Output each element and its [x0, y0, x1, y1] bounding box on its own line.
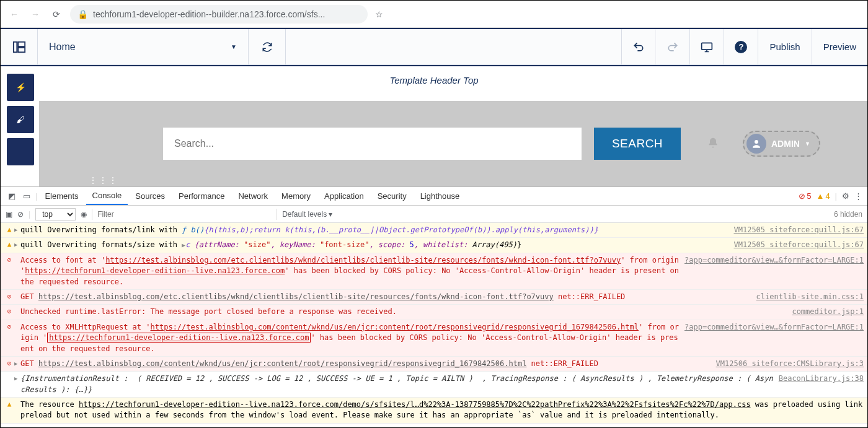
error-icon: ⊘ — [4, 255, 14, 265]
browser-toolbar: ← → ⟳ 🔒 techforum1-developer-edition--bu… — [1, 1, 867, 28]
tab-elements[interactable]: Elements — [38, 187, 84, 205]
log-error: ⊘ GET https://test.albinsblog.com/etc.cl… — [1, 290, 867, 305]
svg-rect-3 — [702, 43, 712, 50]
hero-region: SEARCH ADMIN ▼ ⋮⋮⋮ — [39, 101, 867, 186]
device-icon[interactable]: ▭ — [19, 191, 34, 201]
svg-point-4 — [755, 140, 758, 144]
live-expression-icon[interactable]: ◉ — [81, 210, 87, 219]
expand-icon[interactable]: ▶ — [14, 240, 20, 249]
devtools-more-icon[interactable]: ⋮ — [854, 191, 862, 201]
error-icon: ⊘ — [4, 359, 14, 369]
expand-icon[interactable]: ▶ — [14, 225, 20, 234]
log-warning: ▲ The resource https://techforum1-develo… — [1, 398, 867, 424]
tab-console[interactable]: Console — [86, 187, 128, 205]
expand-icon[interactable]: ▶ — [14, 359, 20, 368]
canvas-sidebar: ⚡ 🖌 — [7, 74, 34, 165]
chevron-down-icon: ▼ — [805, 141, 810, 147]
expand-icon[interactable]: ▶ — [14, 373, 20, 383]
console-sidebar-icon[interactable]: ▣ — [6, 210, 12, 219]
reload-button[interactable]: ⟳ — [49, 7, 64, 22]
template-header-label: Template Header Top — [1, 66, 867, 94]
error-count-badge[interactable]: ⊘ 5 — [799, 191, 811, 201]
log-info: ▶ {InstrumentationResult : ( RECEIVED = … — [1, 372, 867, 398]
preview-button[interactable]: Preview — [812, 29, 867, 64]
inspect-icon[interactable]: ◩ — [6, 191, 18, 201]
tab-security[interactable]: Security — [371, 187, 413, 205]
svg-rect-0 — [13, 41, 17, 52]
log-warning: ▲ ▶ quill Overwriting formats/size with … — [1, 238, 867, 253]
log-error: ⊘ Access to font at 'https://test.albins… — [1, 253, 867, 290]
devtools-settings-icon[interactable]: ⚙ — [842, 191, 849, 201]
settings-tool-icon[interactable] — [7, 138, 34, 165]
context-selector[interactable]: top — [35, 208, 76, 221]
avatar-icon — [746, 134, 766, 154]
source-link[interactable]: commeditor.jsp:1 — [792, 307, 864, 317]
clear-console-icon[interactable]: ⊘ — [17, 210, 24, 219]
svg-rect-2 — [18, 47, 25, 51]
source-link[interactable]: ?app=commeditor&view…&formFactor=LARGE:1 — [684, 322, 864, 333]
source-link[interactable]: VM12505 siteforce:quill.js:67 — [733, 240, 864, 250]
error-icon: ⊘ — [4, 322, 14, 332]
warning-count-badge[interactable]: ▲ 4 — [817, 191, 830, 201]
hidden-count: 6 hidden — [834, 210, 862, 219]
back-button[interactable]: ← — [7, 7, 22, 22]
tab-memory[interactable]: Memory — [275, 187, 317, 205]
log-error: ⊘ Access to XMLHttpRequest at 'https://t… — [1, 320, 867, 357]
devtools-panel: ◩ ▭ | Elements Console Sources Performan… — [1, 186, 867, 427]
desktop-view-icon[interactable] — [689, 29, 724, 64]
forward-button[interactable]: → — [28, 7, 43, 22]
warning-icon: ▲ — [4, 240, 14, 250]
tab-lighthouse[interactable]: Lighthouse — [414, 187, 466, 205]
error-icon: ⊘ — [4, 307, 14, 317]
console-filter-input[interactable] — [92, 209, 272, 220]
user-menu[interactable]: ADMIN ▼ — [743, 131, 820, 157]
page-selector[interactable]: Home ▼ — [38, 29, 249, 64]
lock-icon: 🔒 — [78, 9, 88, 19]
notification-bell-icon[interactable] — [707, 137, 719, 151]
warning-icon: ▲ — [4, 225, 14, 235]
log-warning: ▲ ▶ quill Overwriting formats/link with … — [1, 223, 867, 238]
search-input[interactable] — [163, 128, 582, 160]
search-button[interactable]: SEARCH — [594, 128, 681, 160]
tab-sources[interactable]: Sources — [129, 187, 171, 205]
builder-logo-icon[interactable] — [1, 29, 38, 64]
console-filter-bar: ▣ ⊘ | top ◉ Default levels ▾ 6 hidden — [1, 206, 867, 223]
source-link[interactable]: BeaconLibrary.js:38 — [779, 373, 864, 384]
page-name: Home — [49, 41, 76, 53]
source-link[interactable]: VM12505 siteforce:quill.js:67 — [733, 225, 864, 235]
source-link[interactable]: VM12506 siteforce:CMSLibrary.js:3 — [716, 359, 864, 369]
devtools-tabbar: ◩ ▭ | Elements Console Sources Performan… — [1, 187, 867, 206]
address-bar[interactable]: 🔒 techforum1-developer-edition--builder.… — [70, 5, 368, 24]
help-button[interactable]: ? — [724, 29, 758, 64]
components-tool-icon[interactable]: ⚡ — [7, 74, 34, 101]
drag-handle-icon[interactable]: ⋮⋮⋮ — [89, 175, 118, 185]
builder-toolbar: Home ▼ ? Publish Preview — [1, 28, 867, 65]
log-error: ⊘ ▶ GET https://test.albinsblog.com/cont… — [1, 357, 867, 372]
chevron-down-icon: ▼ — [231, 43, 237, 50]
source-link[interactable]: clientlib-site.min.css:1 — [756, 292, 864, 302]
source-link[interactable]: ?app=commeditor&view…&formFactor=LARGE:1 — [684, 255, 864, 266]
warning-icon: ▲ — [4, 400, 14, 409]
builder-canvas: ⚡ 🖌 Template Header Top SEARCH ADMIN ▼ ⋮… — [1, 65, 867, 186]
redo-button[interactable] — [655, 29, 689, 64]
log-error: ⊘ Unchecked runtime.lastError: The messa… — [1, 305, 867, 320]
tab-application[interactable]: Application — [318, 187, 370, 205]
builder-refresh-button[interactable] — [249, 29, 286, 64]
tab-performance[interactable]: Performance — [172, 187, 231, 205]
bookmark-star-icon[interactable]: ☆ — [375, 9, 383, 19]
console-output: ▲ ▶ quill Overwriting formats/link with … — [1, 223, 867, 427]
theme-tool-icon[interactable]: 🖌 — [7, 106, 34, 133]
error-icon: ⊘ — [4, 292, 14, 302]
tab-network[interactable]: Network — [232, 187, 274, 205]
user-label: ADMIN — [771, 139, 800, 149]
undo-button[interactable] — [621, 29, 655, 64]
url-text: techforum1-developer-edition--builder.na… — [93, 9, 325, 19]
publish-button[interactable]: Publish — [758, 29, 811, 64]
log-levels-selector[interactable]: Default levels ▾ — [277, 209, 337, 220]
svg-rect-1 — [18, 41, 25, 46]
